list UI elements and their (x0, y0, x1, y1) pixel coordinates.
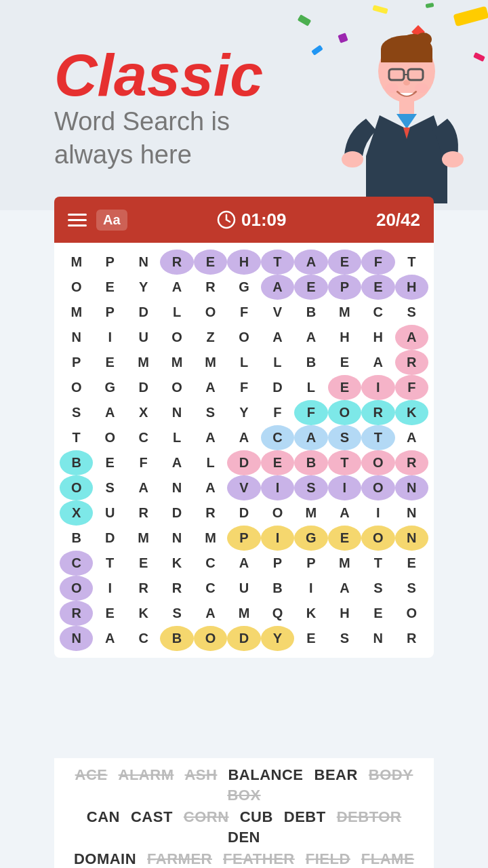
grid-cell[interactable]: A (194, 425, 227, 450)
grid-cell[interactable]: A (194, 601, 227, 626)
grid-cell[interactable]: M (60, 250, 93, 275)
grid-cell[interactable]: D (160, 500, 193, 526)
grid-cell[interactable]: C (127, 425, 160, 450)
grid-cell[interactable]: E (93, 275, 126, 300)
grid-cell[interactable]: A (160, 275, 193, 300)
grid-cell[interactable]: A (93, 400, 126, 425)
grid-cell[interactable]: O (160, 325, 193, 350)
grid-cell[interactable]: U (127, 325, 160, 350)
grid-cell[interactable]: D (93, 526, 126, 551)
grid-cell[interactable]: L (160, 300, 193, 325)
grid-cell[interactable]: M (328, 300, 361, 325)
grid-cell[interactable]: X (127, 400, 160, 425)
grid-cell[interactable]: L (160, 425, 193, 450)
grid-cell[interactable]: T (60, 425, 93, 450)
grid-cell[interactable]: N (395, 475, 428, 500)
grid-cell[interactable]: N (395, 500, 428, 526)
grid-cell[interactable]: D (261, 375, 294, 400)
grid-cell[interactable]: L (227, 350, 260, 375)
grid-cell[interactable]: D (127, 300, 160, 325)
grid-cell[interactable]: B (60, 526, 93, 551)
grid-cell[interactable]: H (395, 275, 428, 300)
grid-cell[interactable]: R (60, 601, 93, 626)
grid-cell[interactable]: M (328, 551, 361, 576)
grid-cell[interactable]: N (127, 250, 160, 275)
grid-cell[interactable]: M (127, 350, 160, 375)
grid-cell[interactable]: K (395, 400, 428, 425)
grid-cell[interactable]: C (60, 551, 93, 576)
grid-cell[interactable]: Z (194, 325, 227, 350)
grid-cell[interactable]: U (227, 576, 260, 601)
grid-cell[interactable]: N (160, 475, 193, 500)
grid-cell[interactable]: G (294, 526, 327, 551)
grid-cell[interactable]: L (194, 450, 227, 475)
grid-cell[interactable]: R (160, 250, 193, 275)
grid-cell[interactable]: H (328, 601, 361, 626)
grid-cell[interactable]: R (194, 500, 227, 526)
grid-cell[interactable]: N (395, 526, 428, 551)
grid-cell[interactable]: I (93, 325, 126, 350)
grid-cell[interactable]: E (93, 450, 126, 475)
grid-cell[interactable]: A (294, 250, 327, 275)
grid-cell[interactable]: F (294, 400, 327, 425)
grid-cell[interactable]: E (93, 350, 126, 375)
grid-cell[interactable]: U (93, 500, 126, 526)
grid-cell[interactable]: P (261, 551, 294, 576)
grid-cell[interactable]: T (261, 250, 294, 275)
grid-cell[interactable]: E (328, 375, 361, 400)
grid-cell[interactable]: I (294, 576, 327, 601)
grid-cell[interactable]: B (294, 450, 327, 475)
grid-cell[interactable]: S (395, 576, 428, 601)
grid-cell[interactable]: C (194, 551, 227, 576)
grid-cell[interactable]: A (395, 325, 428, 350)
grid-cell[interactable]: A (294, 325, 327, 350)
grid-cell[interactable]: R (361, 400, 394, 425)
grid-cell[interactable]: A (328, 500, 361, 526)
grid-cell[interactable]: R (194, 275, 227, 300)
grid-cell[interactable]: F (227, 375, 260, 400)
grid-cell[interactable]: Y (227, 400, 260, 425)
grid-cell[interactable]: A (227, 425, 260, 450)
grid-cell[interactable]: R (395, 350, 428, 375)
grid-cell[interactable]: B (294, 350, 327, 375)
grid-cell[interactable]: O (60, 375, 93, 400)
grid-cell[interactable]: A (261, 275, 294, 300)
grid-cell[interactable]: O (194, 626, 227, 651)
grid-cell[interactable]: E (328, 250, 361, 275)
grid-cell[interactable]: B (160, 626, 193, 651)
grid-cell[interactable]: F (395, 375, 428, 400)
grid-cell[interactable]: Q (261, 601, 294, 626)
grid-cell[interactable]: A (227, 551, 260, 576)
grid-cell[interactable]: S (361, 576, 394, 601)
grid-cell[interactable]: D (227, 626, 260, 651)
grid-cell[interactable]: F (127, 450, 160, 475)
grid-cell[interactable]: L (261, 350, 294, 375)
grid-cell[interactable]: M (60, 300, 93, 325)
grid-cell[interactable]: T (361, 551, 394, 576)
menu-button[interactable] (68, 214, 87, 226)
grid-cell[interactable]: E (194, 250, 227, 275)
grid-cell[interactable]: O (227, 325, 260, 350)
grid-cell[interactable]: S (160, 601, 193, 626)
grid-cell[interactable]: S (194, 400, 227, 425)
grid-cell[interactable]: A (261, 325, 294, 350)
grid-cell[interactable]: Y (261, 626, 294, 651)
grid-cell[interactable]: F (227, 300, 260, 325)
grid-cell[interactable]: V (261, 300, 294, 325)
grid-cell[interactable]: I (361, 500, 394, 526)
grid-cell[interactable]: P (93, 300, 126, 325)
grid-cell[interactable]: O (361, 450, 394, 475)
grid-cell[interactable]: C (261, 425, 294, 450)
grid-cell[interactable]: H (328, 325, 361, 350)
grid-cell[interactable]: I (328, 475, 361, 500)
grid-cell[interactable]: F (361, 250, 394, 275)
grid-cell[interactable]: H (227, 250, 260, 275)
grid-cell[interactable]: M (294, 500, 327, 526)
grid-cell[interactable]: I (361, 375, 394, 400)
grid-cell[interactable]: E (328, 350, 361, 375)
grid-cell[interactable]: S (60, 400, 93, 425)
grid-cell[interactable]: O (60, 275, 93, 300)
grid-cell[interactable]: A (328, 576, 361, 601)
font-size-button[interactable]: Aa (96, 210, 127, 231)
grid-cell[interactable]: N (160, 400, 193, 425)
